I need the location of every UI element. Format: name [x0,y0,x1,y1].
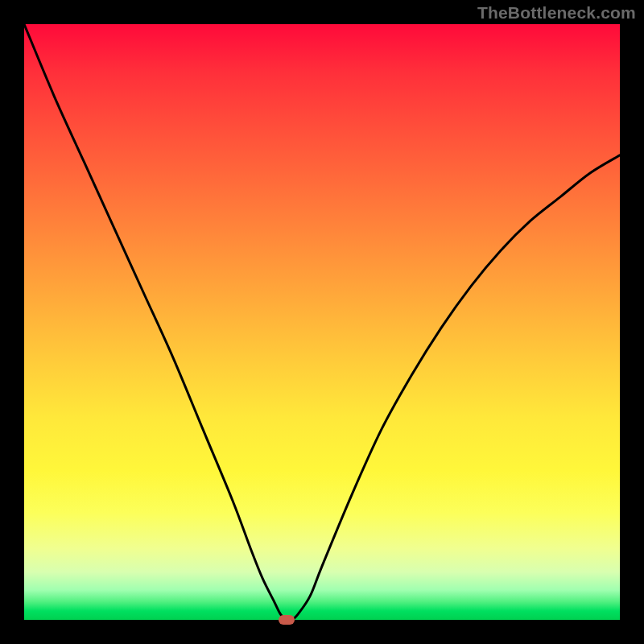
bottleneck-curve [24,24,620,620]
chart-frame: TheBottleneck.com [0,0,644,644]
optimal-point-marker [279,615,295,625]
attribution-label: TheBottleneck.com [477,3,636,23]
plot-area [24,24,620,620]
